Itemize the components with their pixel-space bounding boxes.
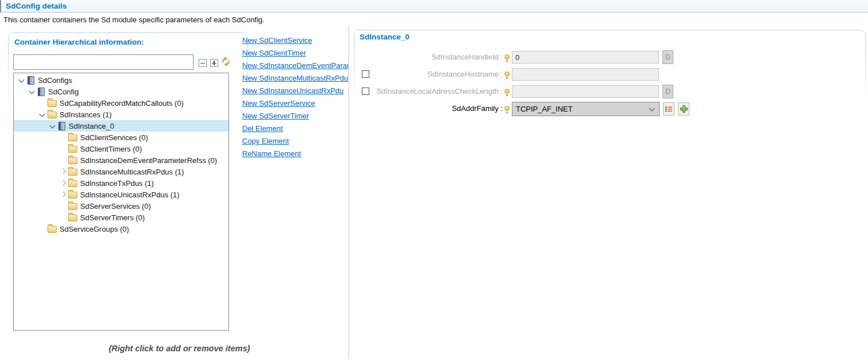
folder-icon <box>68 146 77 153</box>
filter-input[interactable] <box>13 54 194 70</box>
folder-icon <box>68 169 77 176</box>
action-link-rename-element[interactable]: ReName Element <box>242 149 349 161</box>
tree-item-label: SdConfigs <box>37 76 72 85</box>
folder-icon <box>68 215 77 221</box>
chevron-collapsed-icon[interactable] <box>58 190 68 199</box>
panel-divider <box>348 26 349 359</box>
add-value-button[interactable] <box>678 102 689 116</box>
header: SdConfig details <box>0 0 868 13</box>
field-label: SdInstanceHostname : <box>354 68 503 81</box>
field-row-sdinstancehostname: SdInstanceHostname : <box>354 68 866 82</box>
tree-item-label: SdInstance_0 <box>68 122 115 130</box>
details-panel: SdInstance_0 SdInstanceHandleId : D SdIn… <box>354 30 866 361</box>
folder-icon <box>68 134 77 141</box>
folder-icon <box>48 100 57 107</box>
sdaddrfamily-select[interactable]: TCPIP_AF_INET <box>512 102 660 116</box>
chevron-spacer <box>38 98 47 108</box>
hierarchy-tree: SdConfigs SdConfig SdCapabilityRecordMat… <box>13 73 229 331</box>
action-link-new-sdinstancedemeventparam[interactable]: New SdInstanceDemEventParam <box>242 61 349 73</box>
chevron-spacer <box>58 156 68 165</box>
tree-item-sdconfig[interactable]: SdConfig <box>14 86 228 97</box>
action-link-new-sdserverservice[interactable]: New SdServerService <box>242 98 349 111</box>
tree-item-sdinstance-0[interactable]: SdInstance_0 <box>14 120 228 132</box>
module-icon <box>38 88 45 96</box>
default-value-button[interactable]: D <box>662 85 673 98</box>
tree-item-label: SdInstances (1) <box>58 110 112 119</box>
tree-item-label: SdCapabilityRecordMatchCallouts (0) <box>58 99 184 108</box>
chevron-spacer <box>58 213 68 222</box>
tree-item-sdclientservices[interactable]: SdClientServices (0) <box>14 132 228 143</box>
sdinstancelocaladresschecklength-input <box>512 85 659 98</box>
action-link-new-sdinstancemulticastrxpdu[interactable]: New SdInstanceMulticastRxPdu <box>242 73 349 86</box>
default-value-button[interactable]: D <box>662 50 673 64</box>
tree-item-sdinstancemulticastrxpdus[interactable]: SdInstanceMulticastRxPdus (1) <box>14 166 228 177</box>
chevron-spacer <box>58 201 68 211</box>
action-link-new-sdclientservice[interactable]: New SdClientService <box>242 35 349 48</box>
field-row-sdinstancehandleid: SdInstanceHandleId : D <box>354 50 866 65</box>
bulb-icon <box>504 54 510 59</box>
tree-item-label: SdServerTimers (0) <box>79 213 145 222</box>
chevron-expanded-icon[interactable] <box>38 110 47 119</box>
folder-icon <box>68 203 77 210</box>
field-label: SdInstanceLocalAdressCheckLength : <box>354 85 503 98</box>
tree-item-sdservicegroups[interactable]: SdServiceGroups (0) <box>14 223 228 235</box>
page-title: SdConfig details <box>6 2 67 10</box>
module-icon <box>27 76 34 85</box>
page-description: This container containers the Sd module … <box>3 15 265 24</box>
action-links: New SdClientService New SdClientTimer Ne… <box>242 35 349 161</box>
folder-icon <box>68 180 77 187</box>
bulb-icon <box>504 106 510 111</box>
action-link-copy-element[interactable]: Copy Element <box>242 136 349 149</box>
folder-icon <box>68 192 77 199</box>
value-list-icon <box>665 106 672 112</box>
chevron-spacer <box>58 133 68 142</box>
field-row-sdinstancelocaladresschecklength: SdInstanceLocalAdressCheckLength : D <box>354 85 866 100</box>
tree-item-sdcapabilityrecordmatchcallouts[interactable]: SdCapabilityRecordMatchCallouts (0) <box>14 97 228 109</box>
tree-item-label: SdInstanceUnicastRxPdus (1) <box>79 191 179 199</box>
tree-item-label: SdClientServices (0) <box>79 133 148 142</box>
refresh-icon[interactable] <box>220 57 231 67</box>
tree-item-sdconfigs[interactable]: SdConfigs <box>14 74 228 86</box>
chevron-spacer <box>38 224 47 233</box>
tree-item-label: SdConfig <box>47 88 78 96</box>
expand-all-icon[interactable] <box>210 59 218 67</box>
tree-item-label: SdInstanceTxPdus (1) <box>79 179 154 188</box>
chevron-spacer <box>58 144 68 153</box>
tree-item-sdinstancetxpdus[interactable]: SdInstanceTxPdus (1) <box>14 177 228 189</box>
chevron-expanded-icon[interactable] <box>17 76 26 85</box>
hint-caption: (Right click to add or remove items) <box>109 344 250 353</box>
tree-item-sdinstanceunicastrxpdus[interactable]: SdInstanceUnicastRxPdus (1) <box>14 189 228 200</box>
field-label: SdAddrFamily : <box>354 102 503 116</box>
action-link-del-element[interactable]: Del Element <box>242 124 349 136</box>
tree-item-label: SdInstanceMulticastRxPdus (1) <box>79 168 184 176</box>
chevron-collapsed-icon[interactable] <box>58 178 68 188</box>
value-list-button[interactable] <box>663 102 674 116</box>
tree-item-sdinstances[interactable]: SdInstances (1) <box>14 109 228 120</box>
add-icon <box>680 105 688 113</box>
module-icon <box>58 122 65 130</box>
tree-item-label: SdServiceGroups (0) <box>58 225 129 233</box>
tree-item-sdinstancedemeventparameterrefss[interactable]: SdInstanceDemEventParameterRefss (0) <box>14 154 228 166</box>
tree-item-sdclienttimers[interactable]: SdClientTimers (0) <box>14 143 228 154</box>
folder-icon <box>68 157 77 164</box>
folder-icon <box>48 226 57 233</box>
folder-icon <box>48 112 57 118</box>
bulb-icon <box>504 89 510 94</box>
tree-item-sdserverservices[interactable]: SdServerServices (0) <box>14 200 228 212</box>
hierarchy-panel-title: Container Hierarchical information: <box>14 38 144 46</box>
tree-item-sdservertimers[interactable]: SdServerTimers (0) <box>14 212 228 223</box>
collapse-all-icon[interactable] <box>199 59 207 67</box>
tree-item-label: SdInstanceDemEventParameterRefss (0) <box>79 156 217 165</box>
action-link-new-sdclienttimer[interactable]: New SdClientTimer <box>242 48 349 61</box>
chevron-expanded-icon[interactable] <box>27 87 37 96</box>
chevron-expanded-icon[interactable] <box>48 121 57 130</box>
tree-item-label: SdServerServices (0) <box>79 202 151 211</box>
sdinstancehandleid-input <box>512 51 659 64</box>
tree-item-label: SdClientTimers (0) <box>79 145 142 153</box>
field-label: SdInstanceHandleId : <box>354 50 503 64</box>
action-link-new-sdinstanceunicastrxpdu[interactable]: New SdInstanceUnicastRxPdu <box>242 86 349 98</box>
chevron-collapsed-icon[interactable] <box>58 167 68 176</box>
bulb-icon <box>504 72 510 77</box>
instance-title: SdInstance_0 <box>360 33 409 41</box>
action-link-new-sdservertimer[interactable]: New SdServerTimer <box>242 111 349 124</box>
